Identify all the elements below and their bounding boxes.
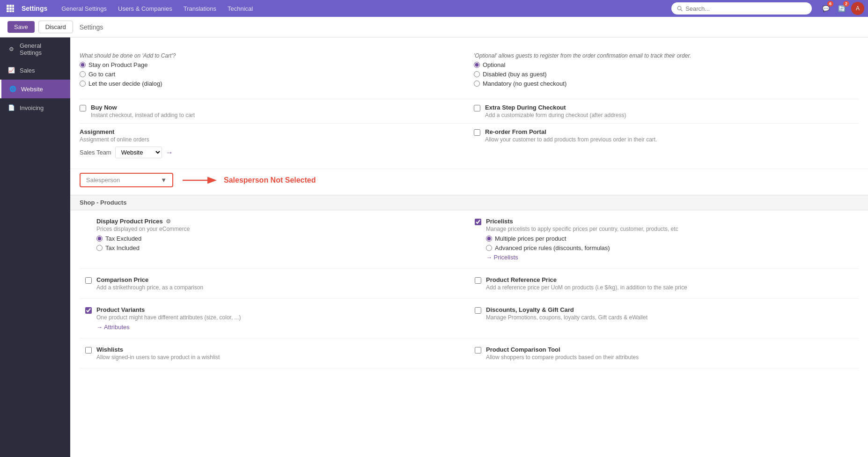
search-icon <box>677 6 683 12</box>
display-product-prices-title: Display Product Prices ⚙ <box>96 218 190 225</box>
mandatory-option[interactable]: Mandatory (no guest checkout) <box>474 80 859 87</box>
pricelists-title: Pricelists <box>486 218 678 225</box>
go-to-cart-option[interactable]: Go to cart <box>80 71 464 78</box>
svg-rect-8 <box>12 10 14 12</box>
chat-icon-btn[interactable]: 💬 6 <box>819 2 832 15</box>
guest-options: Optional Disabled (buy as guest) Mandato… <box>474 61 859 87</box>
sales-team-link-btn[interactable]: → <box>166 148 173 157</box>
salesperson-chevron: ▼ <box>161 177 167 184</box>
products-grid: Display Product Prices ⚙ Prices displaye… <box>70 210 868 369</box>
disabled-radio[interactable] <box>474 71 480 77</box>
svg-rect-1 <box>9 5 12 7</box>
attributes-link-btn[interactable]: → Attributes <box>96 324 130 331</box>
display-product-prices-options: Tax Excluded Tax Included <box>96 235 190 251</box>
product-variants-checkbox[interactable] <box>85 307 92 314</box>
add-to-cart-options: Stay on Product Page Go to cart Let the … <box>80 61 464 87</box>
nav-technical[interactable]: Technical <box>222 0 258 17</box>
nav-translations[interactable]: Translations <box>178 0 222 17</box>
let-user-decide-radio[interactable] <box>80 81 86 87</box>
sidebar-item-general-settings[interactable]: ⚙ General Settings <box>0 37 70 61</box>
comparison-price-checkbox[interactable] <box>85 277 92 284</box>
save-button[interactable]: Save <box>7 21 35 33</box>
topbar-search-container <box>671 2 812 15</box>
topbar-icons: 💬 6 🔄 2 A <box>819 2 864 15</box>
main-content: What should be done on 'Add to Cart'? St… <box>70 37 868 457</box>
salesperson-dropdown[interactable]: Salesperson ▼ <box>80 173 173 187</box>
search-input[interactable] <box>685 5 806 12</box>
buy-now-checkbox[interactable] <box>80 105 86 111</box>
svg-rect-4 <box>9 7 12 10</box>
advanced-price-rules-radio[interactable] <box>486 245 492 251</box>
extra-step-checkbox[interactable] <box>474 105 480 111</box>
display-product-prices-desc: Prices displayed on your eCommerce <box>96 226 190 232</box>
product-comparison-item: Product Comparison Tool Allow shoppers t… <box>469 339 859 369</box>
tax-excluded-option[interactable]: Tax Excluded <box>96 235 190 242</box>
product-reference-price-item: Product Reference Price Add a reference … <box>469 269 859 299</box>
sidebar-item-label: General Settings <box>20 42 64 56</box>
discounts-desc: Manage Promotions, coupons, loyalty card… <box>486 314 647 321</box>
disabled-option[interactable]: Disabled (buy as guest) <box>474 71 859 78</box>
sidebar-item-label: Website <box>21 86 43 93</box>
svg-line-10 <box>681 9 682 11</box>
extra-step-title: Extra Step During Checkout <box>485 104 626 111</box>
product-variants-options: → Attributes <box>96 324 241 331</box>
salesperson-annotation: Salesperson Not Selected <box>183 175 316 186</box>
go-to-cart-radio[interactable] <box>80 71 86 77</box>
stay-on-product-page-option[interactable]: Stay on Product Page <box>80 61 464 68</box>
sidebar-item-sales[interactable]: 📈 Sales <box>0 61 70 80</box>
let-user-decide-option[interactable]: Let the user decide (dialog) <box>80 80 464 87</box>
pricelists-checkbox[interactable] <box>475 219 481 225</box>
nav-general-settings[interactable]: General Settings <box>56 0 112 17</box>
reorder-checkbox[interactable] <box>474 129 480 136</box>
sidebar-item-website[interactable]: 🌐 Website <box>0 80 70 98</box>
buy-now-desc: Instant checkout, instead of adding to c… <box>91 112 195 118</box>
discard-button[interactable]: Discard <box>38 21 73 33</box>
svg-rect-3 <box>7 7 9 10</box>
activity-icon-btn[interactable]: 🔄 2 <box>835 2 848 15</box>
add-to-cart-col: What should be done on 'Add to Cart'? St… <box>80 49 464 93</box>
discounts-checkbox[interactable] <box>475 307 481 314</box>
assignment-title: Assignment <box>80 128 464 135</box>
sales-icon: 📈 <box>7 66 16 75</box>
mandatory-radio[interactable] <box>474 81 480 87</box>
optional-radio[interactable] <box>474 62 480 68</box>
chat-badge: 6 <box>827 1 833 7</box>
buy-now-section: Buy Now Instant checkout, instead of add… <box>80 104 464 118</box>
display-product-prices-item: Display Product Prices ⚙ Prices displaye… <box>80 210 469 269</box>
sidebar-item-invoicing[interactable]: 📄 Invoicing <box>0 98 70 117</box>
advanced-price-rules-option[interactable]: Advanced price rules (discounts, formula… <box>486 244 678 251</box>
svg-rect-2 <box>12 5 14 7</box>
svg-point-9 <box>677 6 681 10</box>
discounts-item: Discounts, Loyalty & Gift Card Manage Pr… <box>469 299 859 339</box>
toolbar: Save Discard Settings <box>0 17 868 37</box>
product-reference-price-desc: Add a reference price per UoM on product… <box>486 284 687 291</box>
sales-team-row: Sales Team Website → <box>80 147 464 158</box>
user-avatar[interactable]: A <box>851 2 864 15</box>
stay-on-product-radio[interactable] <box>80 62 86 68</box>
multiple-prices-radio[interactable] <box>486 236 492 242</box>
optional-option[interactable]: Optional <box>474 61 859 68</box>
wishlists-checkbox[interactable] <box>85 347 92 354</box>
sales-team-select[interactable]: Website <box>115 147 162 158</box>
page-title: Settings <box>80 23 103 31</box>
pricelists-link-btn[interactable]: → Pricelists <box>486 254 518 261</box>
sidebar-item-label: Sales <box>20 67 35 74</box>
product-reference-price-checkbox[interactable] <box>475 277 481 284</box>
comparison-price-title: Comparison Price <box>96 276 203 283</box>
display-prices-help-icon[interactable]: ⚙ <box>166 218 171 225</box>
topbar-brand: Settings <box>19 5 50 12</box>
product-comparison-checkbox[interactable] <box>475 347 481 354</box>
sales-team-label: Sales Team <box>80 149 111 156</box>
apps-icon[interactable] <box>4 2 17 15</box>
tax-included-radio[interactable] <box>96 245 103 251</box>
nav-users-companies[interactable]: Users & Companies <box>112 0 178 17</box>
multiple-prices-option[interactable]: Multiple prices per product <box>486 235 678 242</box>
guest-registration-col: 'Optional' allows guests to register fro… <box>474 49 859 93</box>
reorder-title: Re-order From Portal <box>485 128 657 135</box>
tax-excluded-radio[interactable] <box>96 236 103 242</box>
wishlists-title: Wishlists <box>96 346 220 353</box>
topbar: Settings General Settings Users & Compan… <box>0 0 868 17</box>
tax-included-option[interactable]: Tax Included <box>96 244 190 251</box>
guest-registration-desc: 'Optional' allows guests to register fro… <box>474 52 859 59</box>
product-variants-title: Product Variants <box>96 306 241 313</box>
